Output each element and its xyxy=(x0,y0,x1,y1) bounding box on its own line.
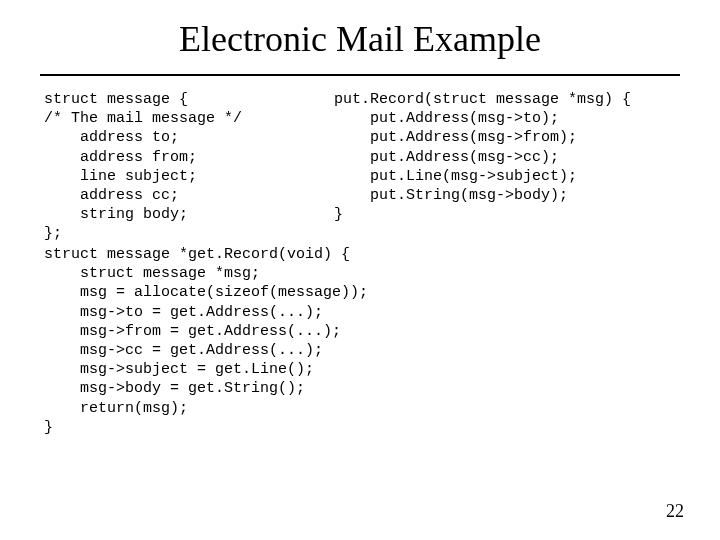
slide-title: Electronic Mail Example xyxy=(0,0,720,70)
code-get-record: struct message *get.Record(void) { struc… xyxy=(44,245,368,437)
code-area: struct message { /* The mail message */ … xyxy=(44,90,676,186)
code-put-record: put.Record(struct message *msg) { put.Ad… xyxy=(334,90,631,224)
title-rule xyxy=(40,74,680,76)
page-number: 22 xyxy=(666,501,684,522)
slide: Electronic Mail Example struct message {… xyxy=(0,0,720,540)
code-struct-definition: struct message { /* The mail message */ … xyxy=(44,90,242,244)
